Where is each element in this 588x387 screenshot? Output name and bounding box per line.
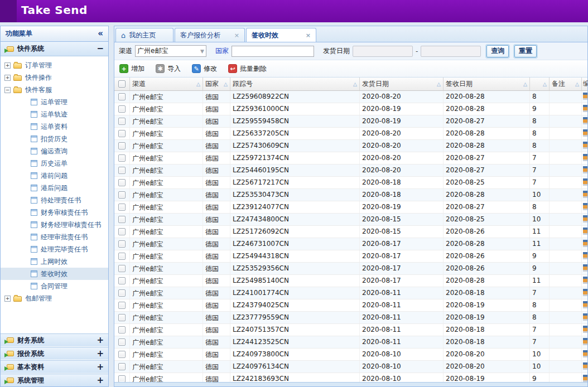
select-all-checkbox[interactable]: [118, 80, 126, 88]
panel-expand-icon[interactable]: +: [97, 336, 104, 345]
tree-item[interactable]: + 订单管理: [1, 59, 108, 71]
table-row[interactable]: 广州e邮宝 德国 LZ256717217CN 2020-08-18 2020-0…: [114, 177, 587, 189]
toolbar-button[interactable]: ✱ 导入: [156, 64, 181, 74]
column-header-days[interactable]: △: [530, 78, 550, 90]
tree-item[interactable]: 待处理责任书: [1, 194, 108, 206]
row-action-icon[interactable]: [583, 289, 587, 296]
column-header-country[interactable]: 国家 △: [203, 78, 230, 90]
row-checkbox[interactable]: [118, 154, 126, 162]
row-checkbox[interactable]: [118, 228, 126, 235]
channel-select[interactable]: 广州e邮宝 ▼: [135, 45, 206, 57]
sidebar-panel-express-system[interactable]: 快件系统 −: [1, 42, 108, 56]
tree-item[interactable]: 运单管理: [1, 96, 108, 108]
tree-item[interactable]: 港前问题: [1, 170, 108, 182]
table-row[interactable]: 广州e邮宝 德国 LZ259608922CN 2020-08-20 2020-0…: [114, 91, 587, 103]
tree-item[interactable]: 港后问题: [1, 182, 108, 194]
panel-collapse-icon[interactable]: −: [97, 45, 104, 53]
row-action-icon[interactable]: [583, 191, 587, 198]
tab-sign-receipt-aging[interactable]: 签收时效 ×: [246, 28, 316, 42]
row-action-icon[interactable]: [583, 350, 587, 357]
panel-expand-icon[interactable]: +: [97, 363, 104, 371]
row-action-icon[interactable]: [583, 117, 587, 124]
table-row[interactable]: 广州e邮宝 德国 LZ240973800CN 2020-08-10 2020-0…: [114, 349, 587, 361]
table-row[interactable]: 广州e邮宝 德国 LZ243794025CN 2020-08-11 2020-0…: [114, 299, 587, 312]
table-row[interactable]: 广州e邮宝 德国 LZ239124077CN 2020-08-19 2020-0…: [114, 201, 587, 214]
column-header-clipped[interactable]: 编辑: [582, 78, 587, 90]
country-input[interactable]: [232, 46, 314, 57]
table-row[interactable]: 广州e邮宝 德国 LZ254460195CN 2020-08-20 2020-0…: [114, 165, 587, 177]
table-row[interactable]: 广州e邮宝 德国 LZ253529356CN 2020-08-17 2020-0…: [114, 263, 587, 275]
table-row[interactable]: 广州e邮宝 德国 LZ246731007CN 2020-08-17 2020-0…: [114, 238, 587, 250]
table-row[interactable]: 广州e邮宝 德国 LZ240976134CN 2020-08-10 2020-0…: [114, 361, 587, 373]
table-row[interactable]: 广州e邮宝 德国 LZ253530473CN 2020-08-18 2020-0…: [114, 189, 587, 201]
table-row[interactable]: 广州e邮宝 德国 LZ257430609CN 2020-08-20 2020-0…: [114, 140, 587, 152]
row-checkbox[interactable]: [118, 142, 126, 149]
row-checkbox[interactable]: [118, 167, 126, 174]
tree-expand-icon[interactable]: −: [4, 87, 11, 93]
table-row[interactable]: 广州e邮宝 德国 LZ254944318CN 2020-08-17 2020-0…: [114, 250, 587, 263]
accordion-panel-header[interactable]: 系统管理 +: [1, 374, 108, 386]
table-row[interactable]: 广州e邮宝 德国 LZ240751357CN 2020-08-11 2020-0…: [114, 324, 587, 336]
panel-expand-icon[interactable]: +: [97, 376, 104, 385]
tree-item[interactable]: 签收时效: [1, 268, 108, 280]
row-action-icon[interactable]: [583, 166, 587, 173]
row-action-icon[interactable]: [583, 215, 587, 222]
tree-item[interactable]: − 快件客服: [1, 84, 108, 96]
column-header-channel[interactable]: 渠道 △: [130, 78, 203, 90]
row-action-icon[interactable]: [583, 154, 587, 161]
toolbar-button[interactable]: ↩ 批量删除: [228, 64, 267, 74]
row-checkbox[interactable]: [118, 191, 126, 199]
ship-date-to-input[interactable]: [421, 46, 481, 57]
tree-item[interactable]: + 包邮管理: [1, 292, 108, 304]
row-action-icon[interactable]: [583, 338, 587, 345]
row-action-icon[interactable]: [583, 93, 587, 100]
row-checkbox[interactable]: [118, 289, 126, 297]
column-header-tracking[interactable]: 跟踪号 △: [230, 78, 360, 90]
toolbar-button[interactable]: + 增加: [119, 64, 144, 74]
row-action-icon[interactable]: [583, 326, 587, 333]
row-action-icon[interactable]: [583, 375, 587, 382]
row-checkbox[interactable]: [118, 363, 126, 370]
row-action-icon[interactable]: [583, 129, 587, 137]
row-action-icon[interactable]: [583, 264, 587, 272]
tree-expand-icon[interactable]: +: [4, 62, 11, 69]
tree-item[interactable]: 财务经理审核责任书: [1, 219, 108, 231]
row-checkbox[interactable]: [118, 130, 126, 137]
tree-item[interactable]: 偏远查询: [1, 145, 108, 157]
tree-item[interactable]: 运单资料: [1, 120, 108, 133]
table-row[interactable]: 广州e邮宝 德国 LZ241001774CN 2020-08-11 2020-0…: [114, 287, 587, 299]
accordion-panel-header[interactable]: 报价系统 +: [1, 347, 108, 360]
row-action-icon[interactable]: [583, 203, 587, 210]
row-checkbox[interactable]: [118, 302, 126, 309]
row-checkbox[interactable]: [118, 351, 126, 358]
table-row[interactable]: 广州e邮宝 德国 LZ259559458CN 2020-08-19 2020-0…: [114, 115, 587, 128]
tree-expand-icon[interactable]: +: [4, 75, 11, 81]
tab-my-home[interactable]: ⌂ 我的主页: [115, 28, 173, 42]
row-action-icon[interactable]: [583, 240, 587, 247]
table-row[interactable]: 广州e邮宝 德国 LZ237779559CN 2020-08-11 2020-0…: [114, 312, 587, 324]
row-checkbox[interactable]: [118, 240, 126, 248]
tree-item[interactable]: 经理审批责任书: [1, 231, 108, 243]
table-row[interactable]: 广州e邮宝 德国 LZ247434800CN 2020-08-15 2020-0…: [114, 214, 587, 226]
row-checkbox[interactable]: [118, 253, 126, 260]
row-action-icon[interactable]: [583, 105, 587, 112]
tree-item[interactable]: 历史运单: [1, 157, 108, 170]
row-checkbox[interactable]: [118, 118, 126, 125]
tab-close-icon[interactable]: ×: [306, 32, 311, 38]
table-row[interactable]: 广州e邮宝 德国 LZ259361000CN 2020-08-19 2020-0…: [114, 103, 587, 115]
row-action-icon[interactable]: [583, 277, 587, 284]
row-action-icon[interactable]: [583, 142, 587, 149]
row-action-icon[interactable]: [583, 178, 587, 186]
row-checkbox[interactable]: [118, 314, 126, 321]
row-action-icon[interactable]: [583, 362, 587, 370]
row-checkbox[interactable]: [118, 338, 126, 346]
table-row[interactable]: 广州e邮宝 德国 LZ259721374CN 2020-08-20 2020-0…: [114, 152, 587, 165]
reset-button[interactable]: 重置: [514, 45, 537, 57]
toolbar-button[interactable]: ✎ 修改: [192, 64, 217, 74]
row-checkbox[interactable]: [118, 216, 126, 223]
row-action-icon[interactable]: [583, 313, 587, 321]
row-checkbox[interactable]: [118, 375, 126, 382]
tab-close-icon[interactable]: ×: [234, 32, 239, 38]
tree-item[interactable]: 合同管理: [1, 280, 108, 292]
tree-item[interactable]: 扣货历史: [1, 133, 108, 145]
